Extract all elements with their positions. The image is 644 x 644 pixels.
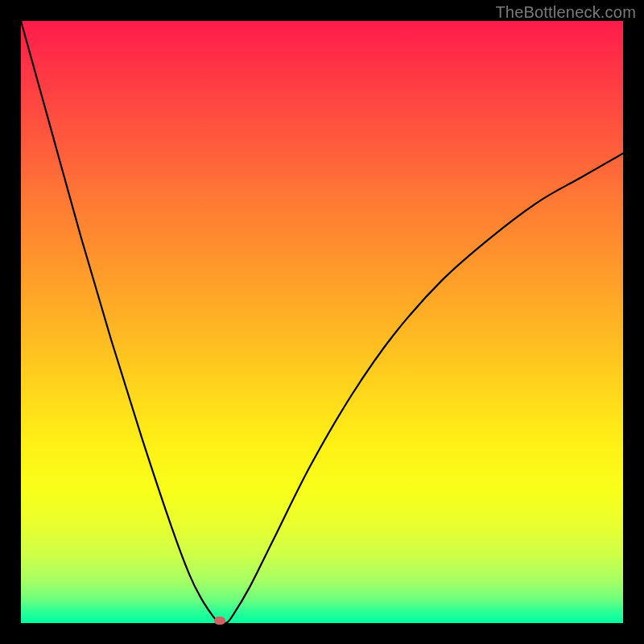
bottleneck-curve bbox=[21, 21, 623, 623]
chart-frame: TheBottleneck.com bbox=[0, 0, 644, 644]
watermark-text: TheBottleneck.com bbox=[495, 3, 636, 22]
plot-area bbox=[21, 21, 623, 623]
minimum-marker bbox=[214, 617, 225, 625]
